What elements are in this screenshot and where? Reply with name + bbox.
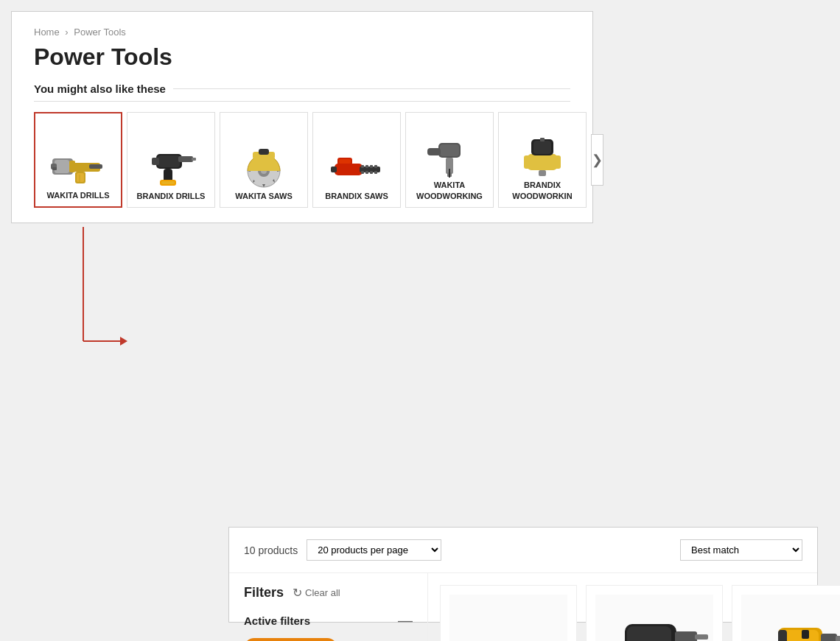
brandix-woodworking-icon [513,132,572,180]
svg-rect-49 [449,169,450,178]
product-card-3: Wakita Drill Screwdriver ALX8054 200 Wat… [732,585,840,641]
active-filters-title: Active filters [244,614,310,627]
svg-rect-4 [69,161,75,172]
carousel-item-brandix-woodworking[interactable]: BRANDIX WOODWORKIN [498,112,587,208]
svg-rect-53 [539,170,546,176]
product-image-3 [741,595,840,641]
wakita-drills-icon [49,142,108,190]
main-content: Filters ↻ Clear all Active filters — Bra… [229,573,817,641]
collapse-active-filters-icon[interactable]: — [398,612,413,629]
svg-rect-37 [361,171,364,174]
carousel-label-brandix-saws: BRANDIX SAWS [325,191,388,201]
svg-rect-40 [374,171,377,174]
products-count: 10 products [244,544,298,556]
product-image-2 [595,595,713,641]
carousel-label-wakita-saws: WAKITA SAWS [235,191,293,201]
brandix-saws-icon [327,143,386,191]
svg-rect-33 [361,165,364,168]
per-page-select[interactable]: 20 products per page 10 products per pag… [307,539,441,561]
svg-marker-59 [120,337,127,346]
svg-rect-36 [374,165,377,168]
active-filters-section: Active filters — Brand: Wakita ✕ Subcate… [244,612,413,641]
svg-rect-85 [821,634,837,641]
carousel-item-brandix-drills[interactable]: BRANDIX DRILLS [127,112,215,208]
sort-select[interactable]: Best match Price: Low to High Price: Hig… [680,539,802,561]
product-card-2: Wakita Drill Screwdriver ALX7054 200 Wat… [586,585,723,641]
svg-rect-17 [152,158,159,165]
svg-rect-43 [331,167,337,172]
svg-rect-31 [335,164,363,175]
toolbar-left: 10 products 20 products per page 10 prod… [244,539,441,561]
refresh-icon: ↻ [293,586,302,600]
svg-rect-34 [365,165,368,168]
filter-tags: Brand: Wakita ✕ Subcategory: Drills ✕ [244,638,413,641]
carousel-item-brandix-saws[interactable]: BRANDIX SAWS [312,112,401,208]
svg-rect-70 [627,626,671,641]
drill-alx8054-image [741,602,840,641]
svg-rect-54 [524,155,531,169]
svg-rect-72 [695,634,708,640]
svg-rect-7 [77,173,84,182]
svg-rect-11 [158,155,180,167]
wakita-woodworking-icon [420,132,479,180]
wakita-saws-icon [234,143,293,191]
product-image-1 [449,595,567,641]
toolbar: 10 products 20 products per page 10 prod… [229,528,817,573]
clear-all-button[interactable]: ↻ Clear all [293,586,340,600]
svg-rect-56 [540,138,545,141]
svg-rect-16 [161,181,175,184]
svg-rect-50 [528,154,557,170]
svg-rect-52 [533,141,551,154]
carousel-item-wakita-saws[interactable]: WAKITA SAWS [220,112,308,208]
carousel-label-wakita-woodworking: WAKITA WOODWORKING [409,180,490,201]
arrow-connector [80,227,127,363]
filter-tag-brand[interactable]: Brand: Wakita ✕ [244,638,337,641]
filters-title: Filters [244,585,284,600]
product-carousel: WAKITA DRILLS BRANDIX DRILLS [34,112,570,208]
svg-rect-13 [192,158,196,161]
top-section: Home › Power Tools Power Tools You might… [11,11,593,223]
svg-rect-91 [802,630,809,639]
svg-rect-30 [259,149,269,155]
carousel-next-button[interactable]: ❯ [591,134,603,186]
svg-rect-38 [365,171,368,174]
svg-rect-86 [836,636,840,641]
carousel-label-wakita-drills: WAKITA DRILLS [47,190,110,200]
also-like-heading: You might also like these [34,83,570,102]
drill-series-3-image [449,602,567,641]
svg-rect-55 [553,155,561,169]
breadcrumb-home[interactable]: Home [34,27,60,38]
svg-rect-46 [427,148,441,155]
svg-rect-42 [339,159,351,164]
drill-alx7054-image [595,602,713,641]
svg-rect-9 [52,167,57,170]
svg-rect-39 [370,171,373,174]
breadcrumb: Home › Power Tools [34,27,570,38]
filters-header: Filters ↻ Clear all [244,585,413,600]
svg-rect-35 [370,165,373,168]
active-filters-header: Active filters — [244,612,413,629]
filters-panel: Filters ↻ Clear all Active filters — Bra… [229,573,428,641]
svg-rect-93 [778,630,787,641]
carousel-item-wakita-drills[interactable]: WAKITA DRILLS [34,112,122,208]
carousel-item-wakita-woodworking[interactable]: WAKITA WOODWORKING [405,112,494,208]
product-card-1: Wakita Drill Series 3 KSR4590PQS 1500 Wa… [440,585,577,641]
svg-rect-5 [89,164,102,169]
brandix-drills-icon [141,143,200,191]
page-title: Power Tools [34,43,570,71]
bottom-section: 10 products 20 products per page 10 prod… [228,527,818,623]
breadcrumb-category[interactable]: Power Tools [74,27,126,38]
carousel-label-brandix-drills: BRANDIX DRILLS [137,191,206,201]
svg-rect-45 [440,144,459,156]
products-area: Wakita Drill Series 3 KSR4590PQS 1500 Wa… [428,573,840,641]
carousel-label-brandix-woodworking: BRANDIX WOODWORKIN [502,180,583,201]
svg-rect-12 [178,156,193,162]
svg-rect-71 [675,631,697,641]
